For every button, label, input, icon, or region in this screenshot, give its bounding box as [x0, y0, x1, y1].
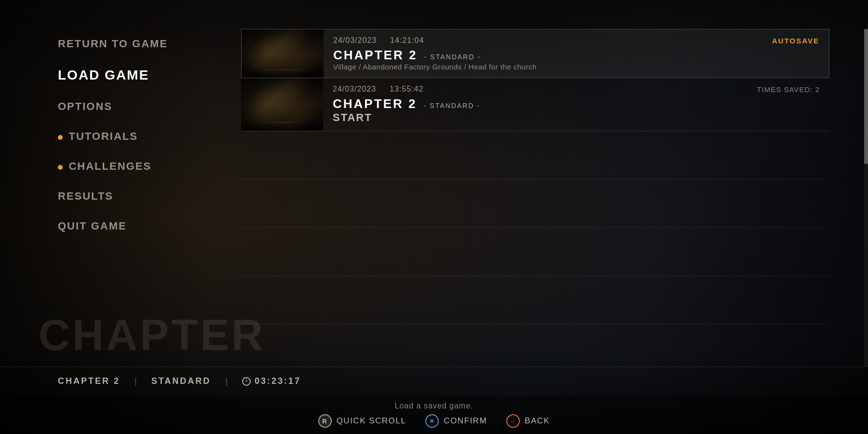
- save-info-2: 24/03/2023 13:55:42 TIMES SAVED: 2 CHAPT…: [323, 78, 829, 131]
- save-thumb-2: [241, 78, 323, 131]
- ctrl-confirm[interactable]: ✕ Confirm: [425, 414, 487, 428]
- btn-o-icon: ○: [506, 414, 520, 428]
- save-chapter-row-1: CHAPTER 2 - STANDARD -: [333, 48, 819, 63]
- tutorials-dot: [58, 135, 63, 140]
- save-mode-1: - STANDARD -: [424, 53, 481, 61]
- chapter-big-text: CHAPTER: [39, 313, 265, 357]
- save-chapter-row-2: CHAPTER 2 - STANDARD -: [333, 96, 820, 111]
- save-panel: 24/03/2023 14:21:04 AUTOSAVE CHAPTER 2 -…: [231, 29, 868, 366]
- save-info-1: 24/03/2023 14:21:04 AUTOSAVE CHAPTER 2 -…: [324, 29, 829, 78]
- controls-buttons: R Quick Scroll ✕ Confirm ○ Back: [318, 414, 550, 428]
- controls-bar: Load a saved game. R Quick Scroll ✕ Conf…: [0, 395, 868, 434]
- sidebar-item-load-game[interactable]: LOAD GAME: [58, 59, 231, 92]
- controls-hint: Load a saved game.: [395, 402, 474, 410]
- ctrl-quick-scroll-label: Quick Scroll: [337, 416, 407, 426]
- sidebar-item-options[interactable]: OPTIONS: [58, 92, 231, 122]
- btn-r-icon: R: [318, 414, 332, 428]
- save-slot-1[interactable]: 24/03/2023 14:21:04 AUTOSAVE CHAPTER 2 -…: [241, 29, 829, 78]
- thumb-image-1: [242, 29, 324, 78]
- status-divider-2: |: [225, 376, 228, 386]
- save-slot-6-empty[interactable]: [241, 276, 829, 324]
- save-slot-5-empty[interactable]: [241, 228, 829, 276]
- challenges-dot: [58, 165, 63, 170]
- save-chapter-2: CHAPTER 2: [333, 96, 417, 111]
- save-time-1: 14:21:04: [390, 36, 424, 45]
- save-slot-3-empty[interactable]: [241, 131, 829, 179]
- save-date-2: 24/03/2023: [333, 85, 376, 94]
- sidebar-item-quit-game[interactable]: QUIT GAME: [58, 211, 231, 241]
- status-bar: CHAPTER 2 | STANDARD | 03:23:17: [0, 366, 868, 395]
- ctrl-quick-scroll[interactable]: R Quick Scroll: [318, 414, 407, 428]
- ui-layer: RETURN TO GAME LOAD GAME OPTIONS TUTORIA…: [0, 0, 868, 434]
- sidebar-item-challenges[interactable]: CHALLENGES: [58, 151, 231, 181]
- ctrl-back-label: Back: [525, 416, 550, 426]
- status-time: 03:23:17: [255, 376, 301, 386]
- sidebar-item-results[interactable]: RESULTS: [58, 181, 231, 211]
- btn-x-icon: ✕: [425, 414, 439, 428]
- status-time-container: 03:23:17: [242, 376, 301, 386]
- status-divider-1: |: [135, 376, 137, 386]
- scrollbar-thumb[interactable]: [864, 29, 868, 164]
- thumb-image-2: [241, 78, 323, 131]
- sidebar-item-return-to-game[interactable]: RETURN TO GAME: [58, 29, 231, 59]
- save-slot-2[interactable]: 24/03/2023 13:55:42 TIMES SAVED: 2 CHAPT…: [241, 78, 829, 131]
- save-time-2: 13:55:42: [390, 85, 423, 94]
- save-thumb-1: [242, 29, 324, 78]
- save-meta-1: 24/03/2023 14:21:04 AUTOSAVE: [333, 36, 819, 45]
- save-times-2: TIMES SAVED: 2: [757, 85, 820, 94]
- scrollbar-track[interactable]: [864, 29, 868, 366]
- ctrl-confirm-label: Confirm: [444, 416, 487, 426]
- save-date-1: 24/03/2023: [333, 36, 377, 45]
- ctrl-back[interactable]: ○ Back: [506, 414, 550, 428]
- save-slot-4-empty[interactable]: [241, 179, 829, 228]
- save-badge-1: AUTOSAVE: [772, 37, 819, 45]
- chapter-watermark: CHAPTER: [39, 313, 265, 357]
- save-chapter-1: CHAPTER 2: [333, 48, 417, 62]
- save-subtitle-1: Village / Abandoned Factory Grounds / He…: [333, 63, 819, 71]
- save-mode-2: - STANDARD -: [424, 102, 480, 109]
- status-difficulty: STANDARD: [151, 376, 211, 386]
- clock-icon: [242, 377, 251, 386]
- save-meta-2: 24/03/2023 13:55:42 TIMES SAVED: 2: [333, 85, 820, 94]
- sidebar-item-tutorials[interactable]: TUTORIALS: [58, 122, 231, 151]
- save-start-2: START: [333, 111, 820, 124]
- status-chapter: CHAPTER 2: [58, 376, 120, 386]
